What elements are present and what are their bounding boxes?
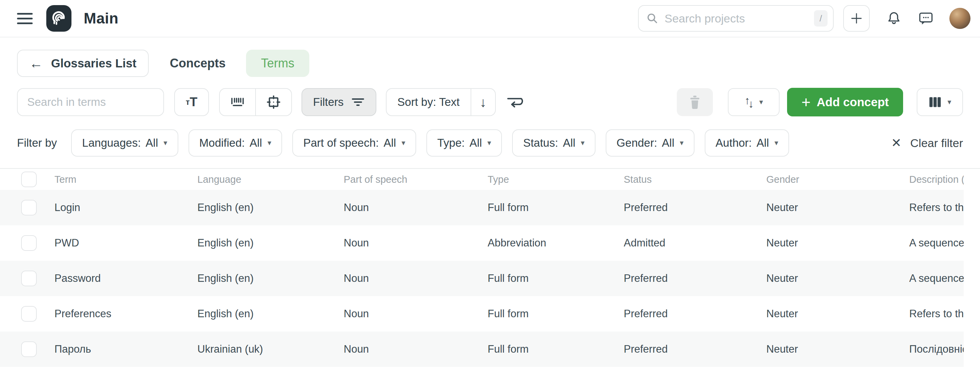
search-projects-input[interactable] [665,12,814,25]
table-body: Login English (en) Noun Full form Prefer… [0,190,964,367]
cell-type: Abbreviation [488,225,624,261]
page-title: Main [84,10,118,27]
wrap-lines-button[interactable] [506,95,523,109]
filter-label: Type: [437,137,465,150]
clear-filter-button[interactable]: ✕ Clear filter [891,137,963,150]
terms-toolbar: тT Filters Sort by: Text ↓ [17,88,963,116]
filter-label: Gender: [617,137,657,150]
column-header[interactable]: Status [624,169,766,190]
cell-gender: Neuter [766,190,909,225]
filter-value: All [563,137,576,150]
table-row[interactable]: Пароль Ukrainian (uk) Noun Full form Pre… [0,332,964,367]
terms-table-zone: TermLanguagePart of speechTypeStatusGend… [0,168,980,367]
filter-label: Status: [523,137,558,150]
reorder-dropdown-button[interactable]: ↑↓ ▾ [728,88,780,116]
row-checkbox[interactable] [21,200,37,215]
table-header-row: TermLanguagePart of speechTypeStatusGend… [0,169,964,190]
filter-dropdown[interactable]: Gender: All ▾ [606,129,695,156]
filter-dropdown[interactable]: Part of speech: All ▾ [292,129,416,156]
row-checkbox[interactable] [21,341,37,357]
exact-match-button[interactable] [256,89,291,115]
columns-dropdown-button[interactable]: ▾ [917,88,963,116]
caret-down-icon: ▾ [267,139,271,147]
table-row[interactable]: Password English (en) Noun Full form Pre… [0,261,964,296]
columns-icon [928,96,942,108]
search-terms-box[interactable] [17,88,164,116]
plus-icon: + [801,94,811,110]
keyboard-shortcut-badge: / [814,10,827,27]
tab-terms[interactable]: Terms [246,50,309,77]
back-to-glossaries-button[interactable]: ← Glossaries List [17,50,149,77]
column-header[interactable]: Term [54,169,197,190]
cell-language: English (en) [197,261,344,296]
cell-description: Послідовніст [909,332,964,367]
delete-trash-button[interactable] [677,88,713,116]
filter-value: All [250,137,262,150]
sort-asc-desc-icon: ↑↓ [745,96,754,108]
row-checkbox[interactable] [21,271,37,286]
filter-dropdown[interactable]: Status: All ▾ [512,129,595,156]
cell-status: Preferred [624,261,766,296]
sort-direction-button[interactable]: ↓ [471,89,495,115]
filter-bar: Filter by Languages: All ▾ Modified: All… [17,129,963,156]
crowdin-logo[interactable] [46,5,72,32]
filter-by-label: Filter by [17,137,57,150]
messages-chat-icon[interactable] [918,11,934,26]
cell-description: A sequence of [909,225,964,261]
column-header[interactable]: Part of speech [344,169,488,190]
cell-status: Preferred [624,296,766,332]
cell-language: Ukrainian (uk) [197,332,344,367]
top-right-actions: / [638,5,970,32]
create-project-button[interactable] [843,5,870,32]
column-header[interactable]: Description (co [909,169,964,190]
cell-gender: Neuter [766,296,909,332]
table-row[interactable]: Login English (en) Noun Full form Prefer… [0,190,964,225]
search-options-group [219,88,292,116]
table-row[interactable]: Preferences English (en) Noun Full form … [0,296,964,332]
search-projects-box[interactable]: / [638,5,834,32]
add-concept-button[interactable]: + Add concept [787,88,903,116]
caret-down-icon: ▾ [947,98,951,107]
row-checkbox[interactable] [21,306,37,322]
filter-dropdown[interactable]: Modified: All ▾ [189,129,282,156]
sort-by-button[interactable]: Sort by: Text [387,89,471,115]
cell-part-of-speech: Noun [344,261,488,296]
filter-value: All [146,137,158,150]
search-terms-input[interactable] [27,96,154,108]
search-icon [646,12,659,24]
filter-dropdown[interactable]: Languages: All ▾ [71,129,178,156]
clear-filter-label: Clear filter [910,137,963,150]
column-header[interactable]: Type [488,169,624,190]
filter-label: Languages: [82,137,141,150]
select-all-checkbox[interactable] [21,172,37,187]
caret-down-icon: ▾ [487,139,491,147]
arrow-down-icon: ↓ [480,95,487,110]
cell-description: Refers to the [909,190,964,225]
cell-type: Full form [488,261,624,296]
column-header[interactable]: Language [197,169,344,190]
filters-button-label: Filters [313,96,344,108]
cell-type: Full form [488,296,624,332]
caret-down-icon: ▾ [680,139,684,147]
sort-by-control: Sort by: Text ↓ [386,88,496,116]
cell-gender: Neuter [766,332,909,367]
filter-label: Modified: [199,137,245,150]
filters-button[interactable]: Filters [301,88,376,116]
row-checkbox[interactable] [21,235,37,251]
user-avatar[interactable] [950,8,970,29]
filter-value: All [756,137,769,150]
cell-term: PWD [54,225,197,261]
column-header[interactable]: Gender [766,169,909,190]
cell-description: Refers to the [909,296,964,332]
filter-dropdown[interactable]: Author: All ▾ [705,129,789,156]
notifications-bell-icon[interactable] [886,11,902,26]
table-row[interactable]: PWD English (en) Noun Abbreviation Admit… [0,225,964,261]
filter-dropdown[interactable]: Type: All ▾ [426,129,502,156]
match-case-button[interactable]: тT [174,88,209,116]
tab-concepts[interactable]: Concepts [170,56,226,70]
filter-value: All [383,137,396,150]
cell-term: Login [54,190,197,225]
hamburger-menu-icon[interactable] [17,11,33,26]
cell-term: Password [54,261,197,296]
whole-word-button[interactable] [220,89,255,115]
